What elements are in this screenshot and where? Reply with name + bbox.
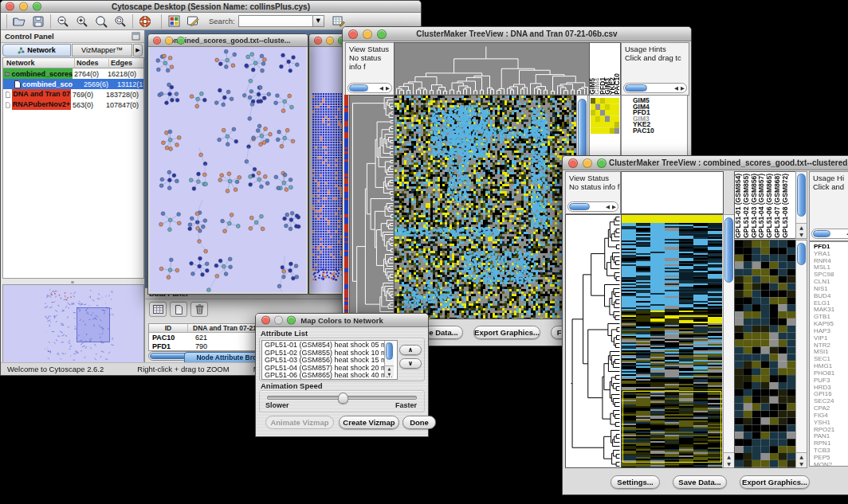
tab-overflow-button[interactable]: ▶ xyxy=(133,44,143,57)
scroll-right-icon[interactable]: ▶ xyxy=(612,204,616,210)
tv2-row-label[interactable]: PUF3 xyxy=(814,377,848,385)
tv2-row-label[interactable]: HRD3 xyxy=(814,385,848,392)
delete-attribute-button[interactable] xyxy=(190,302,208,317)
tv1-col-label[interactable]: PAC10 xyxy=(614,73,619,95)
zoom-in-button[interactable] xyxy=(73,14,92,29)
search-dropdown-arrow[interactable]: ▼ xyxy=(313,15,324,27)
scroll-right-icon[interactable]: ▶ xyxy=(386,85,390,92)
tv2-zoom-panel[interactable] xyxy=(734,240,797,468)
birdseye-view[interactable] xyxy=(2,284,144,367)
scroll-down-icon[interactable]: ▼ xyxy=(388,372,391,377)
tv1-status-hscroll[interactable]: ◀▶ xyxy=(347,83,392,93)
treeview1-title-bar[interactable]: ClusterMaker TreeView : DNA and Tran 07-… xyxy=(343,27,691,41)
vscroll-thumb[interactable] xyxy=(724,217,733,283)
close-button[interactable] xyxy=(348,29,358,39)
zoom-button[interactable] xyxy=(287,316,296,325)
scroll-left-icon[interactable]: ◀ xyxy=(674,85,678,92)
search-input[interactable] xyxy=(238,15,313,27)
tv2-row-label[interactable]: MSL1 xyxy=(814,264,848,272)
tv2-row-label[interactable]: NTR2 xyxy=(814,342,848,350)
move-up-button[interactable]: ∧ xyxy=(399,345,422,355)
tv2-hints-hscroll[interactable]: ◀▶ xyxy=(811,229,848,239)
scroll-up-icon[interactable]: ▲ xyxy=(799,454,803,459)
scroll-up-icon[interactable]: ▲ xyxy=(727,454,731,459)
tv1-heatmap[interactable] xyxy=(394,95,577,319)
minimize-button[interactable] xyxy=(274,316,283,325)
zoom-button[interactable] xyxy=(177,37,185,45)
select-attributes-button[interactable] xyxy=(149,302,167,317)
animate-vizmap-button[interactable]: Animate Vizmap xyxy=(265,416,334,429)
col-edges[interactable]: Edges xyxy=(109,59,143,67)
tv2-col-label[interactable]: GPL51-08 (GSM872) xyxy=(782,174,790,238)
tv2-row-label[interactable]: RPN1 xyxy=(814,440,848,447)
scroll-down-icon[interactable]: ▼ xyxy=(799,232,803,237)
zoom-selected-button[interactable] xyxy=(111,14,130,29)
tv2-row-label[interactable]: CPA2 xyxy=(814,405,848,412)
dialog-title-bar[interactable]: Map Colors to Network xyxy=(256,314,428,327)
zoom-button[interactable] xyxy=(597,158,607,168)
tv2-row-label[interactable]: NIS1 xyxy=(814,286,848,293)
tv2-row-label[interactable]: SPC98 xyxy=(814,272,848,279)
save-button[interactable] xyxy=(29,14,48,29)
scroll-left-icon[interactable]: ◀ xyxy=(606,204,610,210)
minimize-button[interactable] xyxy=(165,37,173,45)
zoom-out-button[interactable] xyxy=(53,14,73,29)
tv2-row-label[interactable]: YRA1 xyxy=(814,251,848,258)
tv2-heatmap-vscrollbar[interactable]: ▲▼ xyxy=(723,214,735,468)
move-down-button[interactable]: ∨ xyxy=(399,358,422,369)
tab-vizmapper[interactable]: VizMapper™ xyxy=(72,44,132,57)
network-row[interactable]: RNAPuberNov2+ 563(0) 107847(0) xyxy=(3,100,143,110)
tv2-row-label[interactable]: RPO21 xyxy=(814,427,848,434)
tv2-row-label[interactable]: KAP95 xyxy=(814,321,848,328)
hscroll-thumb[interactable] xyxy=(625,84,647,92)
close-button[interactable] xyxy=(568,158,578,168)
tv2-zoom-vscrollbar[interactable]: ▲▼ xyxy=(795,240,807,468)
tv2-status-hscroll[interactable]: ◀▶ xyxy=(567,201,618,212)
slider-thumb[interactable] xyxy=(338,393,348,404)
tv2-row-dendrogram[interactable] xyxy=(565,214,622,468)
hscroll-thumb[interactable] xyxy=(349,84,368,92)
tv2-row-label[interactable]: PAN1 xyxy=(814,433,848,440)
vscroll-thumb[interactable] xyxy=(797,174,806,217)
hscroll-thumb[interactable] xyxy=(813,230,830,237)
new-attribute-button[interactable] xyxy=(170,302,187,317)
network-row-selected[interactable]: combined_sco 2569(6) 13112(15) xyxy=(3,79,143,89)
tv2-row-label[interactable]: BUD4 xyxy=(814,293,848,300)
tv2-row-label[interactable]: PHO81 xyxy=(814,370,848,377)
scroll-right-icon[interactable]: ▶ xyxy=(681,85,685,92)
zoom-button[interactable] xyxy=(377,29,387,39)
minimize-button[interactable] xyxy=(326,37,334,45)
main-title-bar[interactable]: Cytoscape Desktop (Session Name: collins… xyxy=(1,1,421,13)
tv2-row-label[interactable]: ELG1 xyxy=(814,300,848,307)
minimize-button[interactable] xyxy=(363,29,372,39)
tv2-settings-button[interactable]: Settings... xyxy=(610,475,660,489)
minimize-button[interactable] xyxy=(19,2,28,11)
close-button[interactable] xyxy=(153,37,161,45)
vscroll-thumb[interactable] xyxy=(797,243,806,265)
col-network[interactable]: Network xyxy=(3,58,75,68)
tv1-row-label[interactable]: PAC10 xyxy=(633,128,687,135)
tv2-row-label[interactable]: MON2 xyxy=(814,462,848,467)
tv1-column-dendrogram[interactable] xyxy=(394,42,590,96)
tv2-heatmap-wrap[interactable] xyxy=(621,214,724,468)
tv2-save-data-button[interactable]: Save Data... xyxy=(673,475,727,489)
tv2-row-label[interactable]: SEC24 xyxy=(814,398,848,405)
annotation-button[interactable] xyxy=(183,14,202,29)
treeview2-title-bar[interactable]: ClusterMaker TreeView : combined_scores_… xyxy=(563,156,848,170)
vizmapper-button[interactable] xyxy=(164,14,183,29)
tv2-row-label[interactable]: CLN1 xyxy=(814,279,848,286)
scroll-up-icon[interactable]: ▲ xyxy=(799,225,803,230)
tv2-row-label[interactable]: MAK31 xyxy=(814,307,848,314)
tv2-row-label[interactable]: PEP5 xyxy=(814,455,848,462)
tv2-row-label[interactable]: VIP1 xyxy=(814,335,848,342)
tv2-row-label[interactable]: YSH1 xyxy=(814,420,848,427)
scroll-up-icon[interactable]: ▲ xyxy=(388,366,391,371)
zoom-button[interactable] xyxy=(33,2,41,11)
col-nodes[interactable]: Nodes xyxy=(75,59,109,67)
network-row-collection[interactable]: combined_scores 2764(0) 16218(0) xyxy=(3,68,143,79)
data-col-id[interactable]: ID xyxy=(149,324,188,332)
tv1-row-dendrogram[interactable] xyxy=(349,95,395,319)
tab-network[interactable]: Network xyxy=(2,44,71,57)
hscroll-thumb[interactable] xyxy=(569,203,590,210)
tv2-row-label[interactable]: SEC1 xyxy=(814,356,848,363)
